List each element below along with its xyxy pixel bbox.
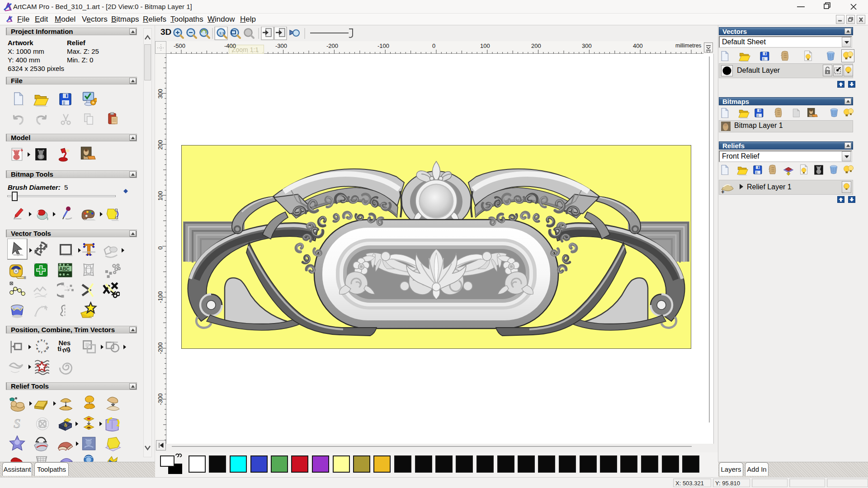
svg-text:o: o	[45, 341, 49, 346]
svg-text:S: S	[14, 416, 20, 431]
svg-text:+: +	[721, 188, 725, 194]
svg-text:r: r	[41, 350, 42, 354]
svg-text:e: e	[37, 339, 40, 344]
svg-text:x: x	[41, 338, 42, 342]
svg-text:1:1: 1:1	[219, 31, 225, 35]
svg-text:ti: ti	[57, 345, 61, 352]
svg-text:ABC: ABC	[59, 266, 70, 272]
svg-text:v: v	[38, 349, 41, 353]
